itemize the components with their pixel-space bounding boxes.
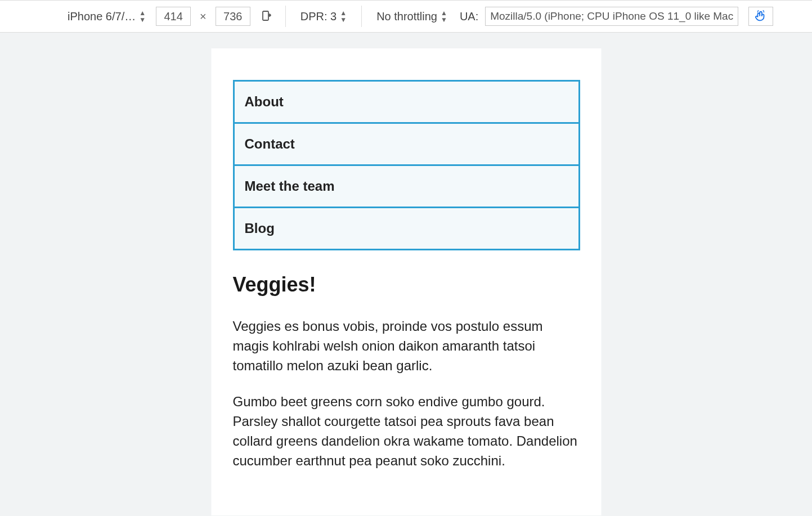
ua-input[interactable]: Mozilla/5.0 (iPhone; CPU iPhone OS 11_0 … (485, 7, 738, 26)
nav-item-meet-the-team[interactable]: Meet the team (234, 166, 578, 208)
nav-item-label: About (244, 94, 283, 109)
device-select[interactable]: iPhone 6/7/… ▲▼ (64, 7, 149, 25)
sort-icon: ▲▼ (340, 10, 347, 23)
width-input[interactable] (156, 7, 191, 26)
dimension-separator: × (198, 10, 209, 23)
device-frame: About Contact Meet the team Blog Veggies… (211, 48, 601, 515)
throttling-select[interactable]: No throttling ▲▼ (373, 7, 451, 25)
device-viewport[interactable]: About Contact Meet the team Blog Veggies… (211, 48, 601, 515)
rotate-icon[interactable] (257, 8, 274, 25)
page-heading: Veggies! (232, 273, 580, 297)
sort-icon: ▲▼ (441, 10, 447, 23)
ua-value: Mozilla/5.0 (iPhone; CPU iPhone OS 11_0 … (490, 10, 733, 23)
article: Veggies! Veggies es bonus vobis, proinde… (232, 273, 580, 471)
throttling-label: No throttling (376, 10, 437, 23)
height-input[interactable] (216, 7, 250, 26)
sort-icon: ▲▼ (139, 10, 146, 23)
toolbar-divider (285, 6, 286, 27)
nav-item-label: Meet the team (244, 178, 334, 194)
nav-item-contact[interactable]: Contact (234, 124, 578, 166)
paragraph: Gumbo beet greens corn soko endive gumbo… (232, 392, 580, 470)
nav-list: About Contact Meet the team Blog (232, 80, 580, 250)
nav-item-label: Contact (244, 136, 294, 151)
workspace: About Contact Meet the team Blog Veggies… (0, 33, 812, 516)
dpr-select[interactable]: DPR: 3 ▲▼ (297, 7, 350, 25)
device-select-label: iPhone 6/7/… (68, 10, 136, 23)
paragraph: Veggies es bonus vobis, proinde vos post… (232, 317, 580, 375)
nav-item-blog[interactable]: Blog (234, 208, 578, 249)
filler (232, 488, 580, 515)
page-content: About Contact Meet the team Blog Veggies… (211, 48, 601, 515)
device-toolbar: iPhone 6/7/… ▲▼ × DPR: 3 ▲▼ No throttlin… (0, 0, 812, 33)
toolbar-divider (361, 6, 362, 27)
nav-item-about[interactable]: About (234, 82, 578, 124)
ua-label: UA: (460, 10, 478, 23)
touch-toggle-button[interactable] (748, 7, 773, 26)
dpr-label: DPR: 3 (300, 10, 337, 23)
svg-rect-0 (263, 11, 268, 20)
nav-item-label: Blog (244, 221, 274, 236)
